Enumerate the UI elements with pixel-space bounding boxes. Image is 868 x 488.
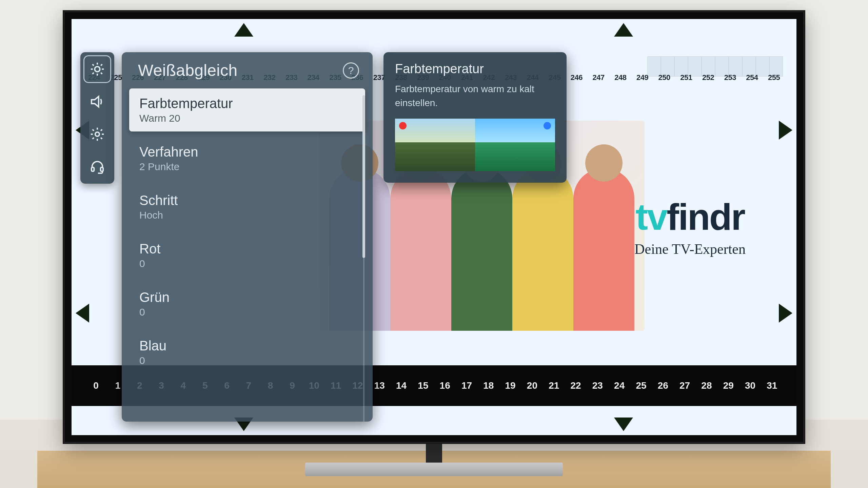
overscan-arrow-up (234, 23, 253, 37)
setting-label: Farbtemperatur (139, 96, 355, 111)
tv-neck (426, 443, 442, 464)
tick-label: 255 (763, 73, 785, 88)
tick-label: 17 (456, 380, 477, 391)
preview-cool (475, 119, 555, 171)
speaker-icon (90, 94, 105, 109)
logo-suffix: findr (667, 196, 744, 238)
tick-label: 25 (630, 380, 652, 391)
tv-stand (305, 463, 563, 476)
tick-label: 248 (610, 73, 632, 88)
svg-line-6 (101, 73, 102, 74)
overscan-arrow-left (76, 304, 89, 323)
tooltip-title: Farbtemperatur (395, 62, 555, 76)
tick-label: 29 (717, 380, 739, 391)
setting-value: 0 (139, 355, 355, 366)
tick-label: 249 (631, 73, 653, 88)
cool-dot-icon (544, 122, 551, 129)
help-icon: ? (348, 65, 354, 76)
svg-rect-11 (92, 167, 94, 171)
brand-logo: tvfindr Deine TV-Experten (634, 195, 746, 257)
setting-item-farbtemperatur[interactable]: FarbtemperaturWarm 20 (129, 88, 365, 131)
support-tab[interactable] (85, 155, 110, 179)
scrollbar-thumb[interactable] (362, 95, 365, 258)
tick-label: 22 (565, 380, 587, 391)
tick-label: 23 (587, 380, 608, 391)
overscan-arrow-right (779, 304, 792, 323)
tick-label: 24 (609, 380, 630, 391)
white-balance-panel: Weißabgleich ? FarbtemperaturWarm 20Verf… (122, 52, 373, 422)
tick-label: 254 (741, 73, 763, 88)
general-settings-tab[interactable] (85, 122, 110, 146)
setting-value: Warm 20 (139, 113, 355, 124)
setting-label: Blau (139, 338, 355, 353)
tick-label: 252 (697, 73, 719, 88)
svg-line-5 (93, 64, 94, 66)
tick-label: 19 (499, 380, 521, 391)
setting-value: 2 Punkte (139, 161, 355, 172)
help-button[interactable]: ? (343, 62, 359, 79)
setting-label: Schritt (139, 193, 355, 208)
setting-item-gr-n[interactable]: Grün0 (129, 282, 365, 325)
setting-item-rot[interactable]: Rot0 (129, 234, 365, 277)
tick-label: 247 (588, 73, 610, 88)
brightness-icon (90, 61, 105, 77)
setting-label: Verfahren (139, 144, 355, 160)
tick-label: 27 (674, 380, 695, 391)
tick-label: 250 (653, 73, 675, 88)
tick-label: 21 (543, 380, 565, 391)
svg-point-0 (95, 66, 100, 72)
overscan-arrow-down (614, 418, 633, 431)
warm-dot-icon (399, 122, 407, 129)
svg-marker-9 (92, 97, 99, 107)
tv-screen: 2242252262272282292302312322332342352362… (72, 19, 796, 435)
tick-label: 246 (566, 73, 588, 88)
setting-value: 0 (139, 258, 355, 269)
color-temp-preview (395, 119, 555, 171)
tv-frame: 2242252262272282292302312322332342352362… (63, 10, 805, 444)
settings-category-rail (80, 52, 114, 184)
svg-point-10 (95, 132, 99, 136)
setting-value: Hoch (139, 209, 355, 221)
setting-label: Rot (139, 241, 355, 257)
svg-line-8 (101, 64, 102, 66)
tick-label: 18 (478, 380, 499, 391)
tick-label: 253 (719, 73, 741, 88)
overscan-arrow-right (779, 121, 792, 140)
logo-prefix: tv (636, 196, 667, 238)
setting-item-blau[interactable]: Blau0 (129, 331, 365, 374)
svg-rect-12 (101, 167, 103, 171)
headset-icon (90, 159, 105, 175)
tick-label: 251 (675, 73, 697, 88)
sound-settings-tab[interactable] (85, 89, 110, 114)
tick-label: 16 (434, 380, 456, 391)
setting-label: Grün (139, 290, 355, 305)
setting-item-verfahren[interactable]: Verfahren2 Punkte (129, 137, 365, 180)
tick-label: 30 (739, 380, 761, 391)
tick-label: 0 (85, 380, 107, 391)
setting-description-card: Farbtemperatur Farbtemperatur von warm z… (383, 52, 567, 183)
overscan-arrow-up (614, 23, 633, 37)
tick-label: 28 (696, 380, 717, 391)
tick-label: 20 (521, 380, 543, 391)
setting-item-schritt[interactable]: SchrittHoch (129, 185, 365, 228)
tick-label: 14 (390, 380, 412, 391)
logo-tagline: Deine TV-Experten (634, 241, 746, 257)
panel-title: Weißabgleich (138, 61, 238, 80)
tick-label: 15 (412, 380, 434, 391)
setting-value: 0 (139, 306, 355, 318)
tick-label: 26 (652, 380, 674, 391)
gear-icon (90, 126, 105, 142)
tooltip-text: Farbtemperatur von warm zu kalt einstell… (395, 82, 555, 110)
svg-line-7 (93, 73, 94, 74)
picture-settings-tab[interactable] (85, 57, 110, 81)
preview-warm (395, 119, 475, 171)
tick-label: 31 (761, 380, 783, 391)
